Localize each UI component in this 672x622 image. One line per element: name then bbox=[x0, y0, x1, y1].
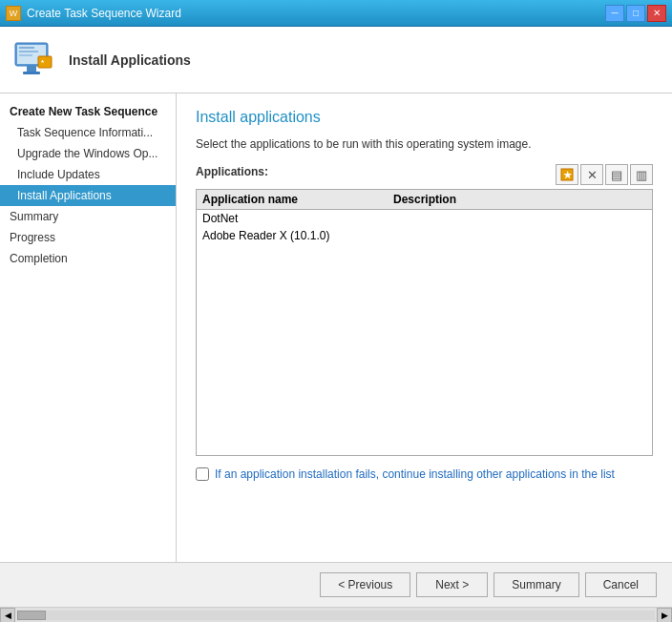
edit-app-button[interactable]: ▤ bbox=[605, 164, 628, 185]
svg-rect-2 bbox=[19, 47, 34, 49]
sidebar-item-install-applications[interactable]: Install Applications bbox=[0, 185, 176, 206]
title-bar-text: Create Task Sequence Wizard bbox=[27, 7, 181, 20]
title-bar: W Create Task Sequence Wizard ─ □ ✕ bbox=[0, 0, 672, 27]
maximize-button[interactable]: □ bbox=[626, 5, 645, 22]
close-button[interactable]: ✕ bbox=[647, 5, 666, 22]
continue-on-failure-label: If an application installation fails, co… bbox=[215, 467, 615, 481]
app-list-row[interactable]: DotNet bbox=[197, 210, 652, 227]
app-icon: W bbox=[6, 6, 21, 21]
add-app-button[interactable]: ★ bbox=[556, 164, 578, 185]
scroll-track bbox=[17, 611, 655, 620]
app-name: DotNet bbox=[202, 212, 393, 225]
properties-icon: ▥ bbox=[636, 168, 647, 182]
sidebar-item-progress[interactable]: Progress bbox=[0, 227, 176, 248]
app-toolbar: Applications: ★ ✕ ▤ ▥ bbox=[196, 164, 653, 185]
svg-rect-4 bbox=[19, 54, 32, 56]
wizard-body: Create New Task SequenceTask Sequence In… bbox=[0, 93, 672, 562]
next-button[interactable]: Next > bbox=[416, 572, 488, 597]
sidebar-item-include-updates[interactable]: Include Updates bbox=[0, 164, 176, 185]
checkbox-row: If an application installation fails, co… bbox=[196, 467, 653, 481]
remove-icon: ✕ bbox=[587, 168, 598, 182]
wizard-header: * Install Applications bbox=[0, 27, 672, 93]
header-icon: * bbox=[11, 37, 57, 83]
cancel-button[interactable]: Cancel bbox=[585, 572, 657, 597]
col-header-description: Description bbox=[393, 193, 646, 206]
title-bar-left: W Create Task Sequence Wizard bbox=[6, 6, 181, 21]
app-rows: DotNetAdobe Reader X (10.1.0) bbox=[197, 210, 652, 244]
svg-rect-3 bbox=[19, 51, 38, 52]
col-header-name: Application name bbox=[202, 193, 393, 206]
sidebar-item-upgrade-windows[interactable]: Upgrade the Windows Op... bbox=[0, 143, 176, 164]
minimize-button[interactable]: ─ bbox=[605, 5, 624, 22]
scroll-thumb[interactable] bbox=[17, 611, 46, 620]
app-name: Adobe Reader X (10.1.0) bbox=[202, 229, 393, 242]
remove-app-button[interactable]: ✕ bbox=[580, 164, 603, 185]
applications-label: Applications: bbox=[196, 165, 268, 178]
wizard-footer: < Previous Next > Summary Cancel bbox=[0, 562, 672, 607]
content-title: Install applications bbox=[196, 109, 653, 126]
edit-icon: ▤ bbox=[611, 168, 622, 182]
sidebar-item-task-sequence-information[interactable]: Task Sequence Informati... bbox=[0, 122, 176, 143]
continue-on-failure-checkbox[interactable] bbox=[196, 467, 209, 481]
app-desc bbox=[393, 229, 646, 242]
previous-button[interactable]: < Previous bbox=[320, 572, 410, 597]
bottom-scrollbar: ◀ ▶ bbox=[0, 607, 672, 622]
svg-rect-6 bbox=[23, 72, 40, 74]
svg-rect-5 bbox=[27, 66, 36, 72]
properties-app-button[interactable]: ▥ bbox=[630, 164, 653, 185]
app-list-row[interactable]: Adobe Reader X (10.1.0) bbox=[197, 227, 652, 244]
summary-button[interactable]: Summary bbox=[494, 572, 578, 597]
header-title: Install Applications bbox=[69, 52, 191, 68]
sidebar: Create New Task SequenceTask Sequence In… bbox=[0, 93, 177, 562]
scroll-right-button[interactable]: ▶ bbox=[657, 608, 672, 623]
app-list-header: Application name Description bbox=[197, 190, 652, 210]
sidebar-item-create-new-task-sequence[interactable]: Create New Task Sequence bbox=[0, 101, 176, 122]
sidebar-item-completion[interactable]: Completion bbox=[0, 248, 176, 269]
add-icon: ★ bbox=[560, 168, 574, 181]
title-bar-controls: ─ □ ✕ bbox=[605, 5, 666, 22]
main-content: Install applications Select the applicat… bbox=[177, 93, 672, 562]
toolbar-buttons: ★ ✕ ▤ ▥ bbox=[556, 164, 653, 185]
app-desc bbox=[393, 212, 646, 225]
svg-text:★: ★ bbox=[563, 170, 573, 180]
sidebar-item-summary[interactable]: Summary bbox=[0, 206, 176, 227]
content-description: Select the applications to be run with t… bbox=[196, 137, 653, 151]
wizard-container: * Install Applications Create New Task S… bbox=[0, 27, 672, 622]
scroll-left-button[interactable]: ◀ bbox=[0, 608, 15, 623]
app-list-container: Application name Description DotNetAdobe… bbox=[196, 189, 653, 456]
